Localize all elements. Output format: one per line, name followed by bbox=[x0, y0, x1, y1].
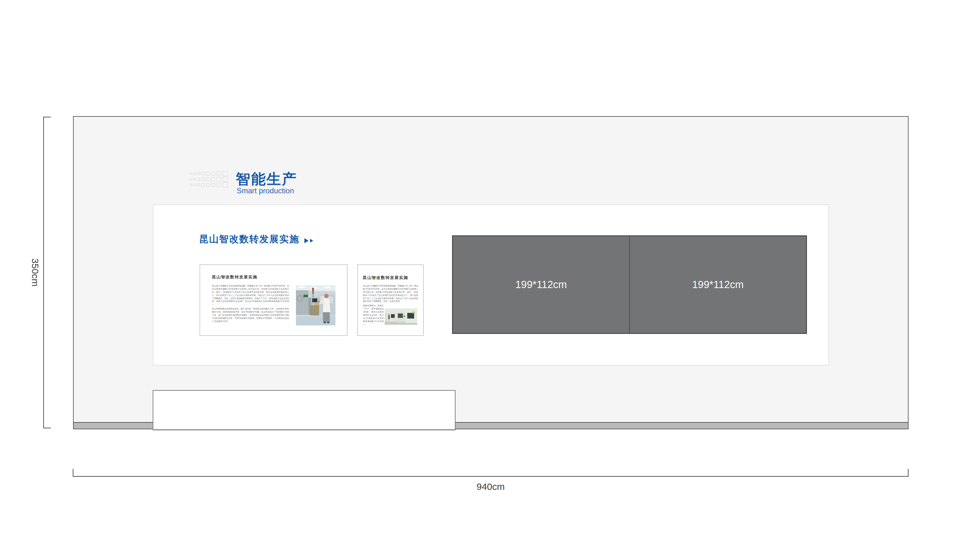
decor-square bbox=[194, 172, 196, 175]
decor-square bbox=[211, 177, 215, 181]
decor-square bbox=[190, 172, 192, 174]
decor-square bbox=[206, 178, 210, 181]
decor-square bbox=[190, 178, 192, 180]
decor-square bbox=[190, 184, 192, 186]
decor-square bbox=[216, 177, 221, 181]
decor-square bbox=[223, 177, 228, 182]
width-dimension-label: 940cm bbox=[477, 482, 505, 492]
screen-size-label: 199*112cm bbox=[692, 279, 744, 290]
factory-operator-photo bbox=[296, 285, 336, 325]
double-arrow-icon bbox=[304, 238, 313, 243]
section-header: 昆山智改数转发展实施 bbox=[199, 233, 313, 246]
height-dimension-line bbox=[43, 117, 44, 428]
decor-square bbox=[194, 184, 196, 186]
led-screen-pair: 199*112cm 199*112cm bbox=[452, 235, 807, 334]
decor-square bbox=[202, 178, 205, 181]
decor-squares-pattern bbox=[190, 171, 228, 187]
width-dimension-tick-left bbox=[73, 469, 73, 476]
decor-square bbox=[202, 172, 205, 175]
decor-square bbox=[194, 178, 196, 180]
wall-title: 智能生产 bbox=[236, 169, 297, 189]
arrow-right-icon bbox=[310, 239, 313, 242]
reception-desk bbox=[153, 390, 455, 430]
panel-paragraph: 梯度培育格局、智能工厂12个，获评省级企业253家、省级工业互联网标杆企业9家，… bbox=[363, 304, 384, 326]
decor-square bbox=[206, 172, 210, 175]
width-dimension-line bbox=[73, 476, 908, 477]
panel-body: 昆山深入实施数字经济创新发展战略，积极融入长三角一体化数字转型产业升级，全方位部… bbox=[212, 284, 289, 324]
panel-paragraph: 昆山市将围绕企业智能化改造、数字化转型、网络化连接等重点工作，全面推进“智改数转… bbox=[212, 307, 289, 322]
section-header-text: 昆山智改数转发展实施 bbox=[199, 233, 299, 246]
decor-square bbox=[223, 171, 228, 176]
decor-square bbox=[206, 183, 210, 187]
decor-square bbox=[211, 172, 215, 175]
decor-square bbox=[197, 172, 200, 175]
decor-square bbox=[197, 183, 200, 186]
height-dimension-tick-top bbox=[43, 117, 51, 117]
decor-square bbox=[216, 183, 221, 187]
led-screen-left: 199*112cm bbox=[453, 236, 630, 333]
height-dimension-tick-bottom bbox=[43, 428, 51, 428]
panel-paragraph: 昆山深入实施数字经济创新发展战略，积极融入长三角一体化数字转型产业升级，全方位部… bbox=[212, 284, 289, 306]
height-dimension-label: 350cm bbox=[30, 258, 40, 287]
decor-square bbox=[211, 183, 215, 187]
width-dimension-tick-right bbox=[908, 469, 908, 476]
info-panel-2: 昆山智改数转发展实施 昆山深入实施数字经济创新发展战略，积极融入长三角一体化数字… bbox=[357, 265, 423, 336]
decor-square bbox=[223, 182, 228, 187]
smt-line-photo bbox=[385, 308, 417, 325]
decor-square bbox=[197, 178, 200, 180]
decor-square bbox=[202, 183, 205, 187]
info-panel-1: 昆山智改数转发展实施 昆山深入实施数字经济创新发展战略，积极融入长三角一体化数字… bbox=[200, 265, 347, 336]
arrow-right-icon bbox=[304, 238, 309, 243]
wall-subtitle: Smart production bbox=[237, 187, 294, 195]
decor-square bbox=[216, 171, 221, 176]
screen-size-label: 199*112cm bbox=[515, 279, 567, 290]
led-screen-right: 199*112cm bbox=[630, 236, 806, 333]
panel-title: 昆山智改数转发展实施 bbox=[363, 275, 408, 281]
panel-title: 昆山智改数转发展实施 bbox=[212, 274, 258, 280]
panel-paragraph: 昆山深入实施数字经济创新发展战略，积极融入长三角一体化数字转型产业升级，全方位部… bbox=[363, 284, 418, 303]
